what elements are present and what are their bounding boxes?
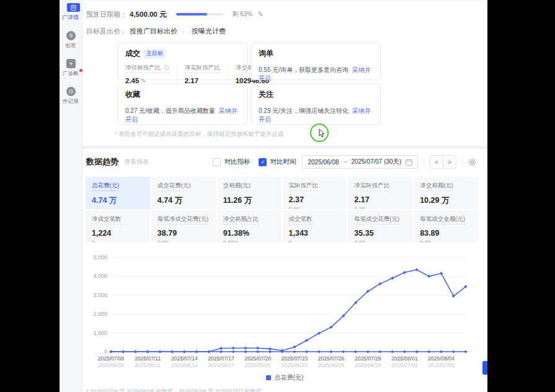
- metric-value: 4.74 万: [92, 195, 144, 206]
- view-report-link[interactable]: 查看报表: [124, 158, 149, 166]
- metric-value: 38.79: [158, 229, 210, 238]
- metric-compare-value: 0: [92, 239, 144, 243]
- edit-budget-icon[interactable]: ✎: [257, 10, 264, 19]
- svg-text:2025/07/11: 2025/07/11: [135, 355, 161, 362]
- svg-text:2,000: 2,000: [93, 311, 107, 317]
- metric-card-7[interactable]: 净成交笔数 1,224 0: [86, 210, 150, 243]
- svg-text:2025/06/23: 2025/06/23: [282, 362, 308, 368]
- metric-value: 83.89: [420, 229, 472, 238]
- campaign-detail-window: 广详情 创意 广诊断 作记录 预算日限额： 4,500.00 元 剩 63%: [60, 0, 487, 392]
- bid-option-impression[interactable]: 按曝光计费: [192, 27, 226, 36]
- svg-text:2025/07/29: 2025/07/29: [355, 355, 381, 362]
- chart-legend[interactable]: 总花费(元): [84, 373, 486, 382]
- prev-period-button[interactable]: <: [430, 155, 443, 169]
- budget-amount: 4,500.00 元: [130, 10, 166, 19]
- chart-footnote-1: * 2025/07/08 至 2025/08/06 的数据；2025/06/08…: [86, 386, 487, 392]
- metric-value: 10.29 万: [420, 195, 472, 206]
- metric-label: 成交笔数: [289, 215, 313, 225]
- date-separator: ~: [344, 159, 347, 166]
- svg-text:2025/07/23: 2025/07/23: [282, 355, 308, 362]
- metric-card-2[interactable]: 成交花费(元) 4.74 万 0.00: [151, 177, 216, 209]
- svg-text:2025/07/20: 2025/07/20: [244, 355, 271, 362]
- metric-card-10[interactable]: 成交笔数 1,343 0: [283, 210, 347, 243]
- goal-card-grid: 成交主目标 净目标投产比 ⓘ 2.45 ✎ 净实际投产比 2.17 净交易额(元…: [118, 43, 381, 125]
- goal-card-deal: 成交主目标 净目标投产比 ⓘ 2.45 ✎ 净实际投产比 2.17 净交易额(元…: [118, 43, 247, 80]
- metric-card-8[interactable]: 每笔净成交花费(元) 38.79 0.00: [151, 210, 216, 243]
- sidebar-item-detail-label[interactable]: 广详情: [60, 14, 82, 22]
- svg-text:2025/07/08: 2025/07/08: [98, 355, 125, 362]
- svg-text:4,000: 4,000: [93, 273, 107, 279]
- clock-icon: [66, 87, 76, 96]
- bidding-label: 目标及出价：: [86, 27, 127, 36]
- compare-time-checkbox[interactable]: ✓: [259, 158, 267, 166]
- goal-metric-label: 净目标投产比 ⓘ: [125, 64, 169, 73]
- metric-compare-value: 0.00: [158, 208, 210, 209]
- metric-card-3[interactable]: 交易额(元) 11.26 万 0.00: [217, 177, 282, 209]
- trend-header: 数据趋势 查看报表 对比指标 ✓ 对比时间 2025/06/08 ~ 2025/…: [86, 155, 476, 169]
- metric-label: 每笔成交花费(元): [354, 215, 399, 225]
- bidding-row: 目标及出价： 按推广目标出价 按曝光计费: [86, 27, 487, 36]
- divider: [462, 158, 463, 166]
- goal-card-inquiry: 询单0.55 元/询单，获取更多意向咨询采纳并开启: [251, 43, 381, 80]
- primary-goal-badge: 主目标: [144, 49, 166, 58]
- bid-option-goal[interactable]: 按推广目标出价: [130, 27, 177, 36]
- metric-value: 11.26 万: [223, 195, 275, 206]
- compare-metric-checkbox[interactable]: [213, 158, 221, 166]
- metric-value: 2.37: [289, 195, 341, 204]
- info-icon[interactable]: ⓘ: [164, 65, 169, 71]
- metric-label: 成交花费(元): [158, 182, 191, 191]
- goal-title: 关注: [259, 89, 373, 100]
- section-divider: [82, 146, 487, 149]
- metric-label: 实际投产比: [289, 182, 319, 191]
- settings-gear-icon[interactable]: [468, 158, 476, 166]
- metric-label: 净交易额占比: [223, 215, 259, 225]
- metric-card-6[interactable]: 净交易额(元) 10.29 万 0.00: [414, 177, 478, 209]
- trend-title: 数据趋势: [86, 156, 118, 167]
- metric-compare-value: 0.00: [92, 208, 144, 209]
- date-end: 2025/07/07 (30天): [351, 158, 401, 166]
- metric-card-4[interactable]: 实际投产比 2.37 0.00: [283, 177, 347, 209]
- svg-text:2025/07/26: 2025/07/26: [318, 355, 345, 362]
- sidebar-item-diagnosis[interactable]: 广诊断: [60, 59, 82, 78]
- svg-text:0: 0: [104, 349, 107, 355]
- metric-label: 净成交笔数: [92, 215, 122, 225]
- adopt-enable-link[interactable]: 采纳并开启: [259, 66, 371, 82]
- metric-compare-value: 0.00: [420, 208, 472, 209]
- svg-text:2025/06/14: 2025/06/14: [171, 362, 198, 368]
- sidebar-item-creative[interactable]: 创意: [60, 31, 82, 50]
- svg-text:2025/06/11: 2025/06/11: [135, 362, 161, 368]
- sidebar-item-history[interactable]: 作记录: [60, 87, 82, 105]
- goal-title: 收藏: [125, 89, 240, 100]
- chart-footnotes: * 2025/07/08 至 2025/08/06 的数据；2025/06/08…: [86, 386, 487, 392]
- legend-label: 总花费(元): [275, 373, 304, 382]
- metric-card-1[interactable]: 总花费(元) 4.74 万 0.00: [86, 177, 150, 209]
- notification-dot: [79, 69, 82, 72]
- metric-compare-value: 0: [289, 239, 341, 243]
- metric-card-5[interactable]: 净实际投产比 2.17 0.00: [348, 177, 412, 209]
- metric-card-12[interactable]: 每笔成交金额(元) 83.89 0.00: [414, 210, 478, 243]
- goal-metric-label: 净实际投产比: [185, 64, 220, 73]
- metric-card-11[interactable]: 每笔成交花费(元) 35.35 0.00: [348, 210, 412, 243]
- feedback-pill[interactable]: [482, 361, 487, 375]
- svg-text:2025/07/05: 2025/07/05: [428, 362, 455, 368]
- creative-icon: [66, 31, 76, 40]
- sidebar-item-diagnosis-label: 广诊断: [63, 70, 79, 78]
- line-chart[interactable]: 01,0002,0003,0004,0005,0002025/07/082025…: [84, 252, 486, 372]
- adopt-enable-link[interactable]: 采纳并开启: [125, 107, 238, 123]
- divider: [183, 28, 184, 35]
- goal-card-collect: 收藏0.27 元/收藏，提升商品收藏数量采纳并开启: [118, 84, 247, 125]
- metric-label: 每笔净成交花费(元): [158, 215, 208, 225]
- compare-time-toggle[interactable]: ✓ 对比时间: [259, 158, 296, 166]
- goal-card-follow: 关注0.29 元/关注，增强店铺关注转化采纳并开启: [251, 84, 381, 125]
- adopt-enable-link[interactable]: 采纳并开启: [259, 107, 371, 123]
- sidebar-item-detail[interactable]: [67, 3, 80, 12]
- svg-text:5,000: 5,000: [93, 254, 107, 261]
- next-period-button[interactable]: >: [443, 155, 456, 169]
- metric-card-9[interactable]: 净交易额占比 91.38% 0.00%: [217, 210, 282, 243]
- svg-text:2025/08/01: 2025/08/01: [391, 355, 418, 362]
- date-start: 2025/06/08: [308, 159, 339, 166]
- diagnosis-icon: [66, 59, 76, 68]
- compare-metric-toggle[interactable]: 对比指标: [213, 158, 250, 166]
- svg-text:2025/06/08: 2025/06/08: [98, 362, 125, 368]
- date-range-picker[interactable]: 2025/06/08 ~ 2025/07/07 (30天): [302, 155, 418, 169]
